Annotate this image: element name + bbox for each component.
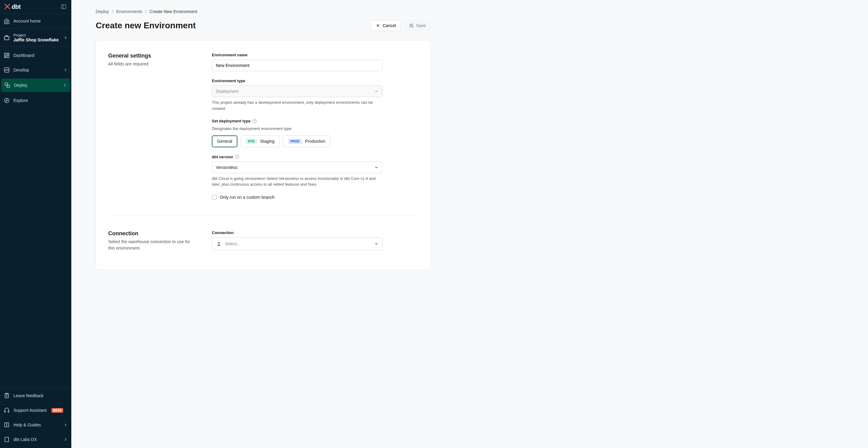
compass-icon <box>4 97 10 103</box>
nav-label: Support Assistant <box>13 408 46 413</box>
save-button: Save <box>404 20 431 31</box>
close-icon <box>376 24 380 28</box>
svg-rect-0 <box>62 5 66 9</box>
breadcrumb: Deploy / Environments / Create New Envir… <box>96 9 431 14</box>
env-type-label: Environment type <box>212 78 382 83</box>
general-section-title: General settings <box>108 53 193 59</box>
nav-label: Help & Guides <box>13 422 41 427</box>
env-name-input[interactable] <box>212 60 382 71</box>
nav-dashboard[interactable]: Dashboard <box>0 48 71 63</box>
chevron-down-icon <box>374 89 378 94</box>
env-type-help: This project already has a development e… <box>212 100 382 111</box>
deploy-type-label: Set deployment type ? <box>212 119 382 123</box>
env-name-label: Environment name <box>212 53 382 57</box>
breadcrumb-deploy[interactable]: Deploy <box>96 9 109 14</box>
stg-tag: STG <box>246 139 257 144</box>
nav-label: dbt Labs DX <box>13 437 37 442</box>
nav-label: Account home <box>13 19 41 24</box>
nav-label: Dashboard <box>13 53 34 58</box>
nav-account-home[interactable]: Account home <box>0 14 71 28</box>
code-icon <box>4 67 10 73</box>
deploy-option-staging[interactable]: STG Staging <box>241 135 280 147</box>
page-title: Create new Environment <box>96 21 196 30</box>
deploy-option-production[interactable]: PROD Production <box>283 135 331 147</box>
version-help: dbt Cloud is going versionless! Select V… <box>212 176 382 187</box>
panel-left-close-icon <box>61 4 66 9</box>
logo[interactable]: dbt <box>4 3 21 10</box>
chevron-right-icon <box>63 83 67 88</box>
connection-select[interactable]: Select... <box>212 237 382 250</box>
svg-rect-2 <box>5 36 9 40</box>
nav-feedback[interactable]: Leave feedback <box>0 388 71 403</box>
nav-dbtlabs[interactable]: dbt Labs DX <box>0 432 71 447</box>
connection-section-subtitle: Select the warehouse connection to use f… <box>108 239 193 251</box>
version-select[interactable]: Versionless <box>212 162 382 173</box>
connection-label: Connection <box>212 230 382 235</box>
clipboard-icon <box>4 392 10 399</box>
version-label: dbt version ? <box>212 154 382 159</box>
nav-help[interactable]: Help & Guides <box>0 418 71 432</box>
svg-rect-18 <box>5 437 8 442</box>
nav-label: Deploy <box>14 83 27 88</box>
sidebar-collapse-button[interactable] <box>60 3 68 11</box>
general-section-subtitle: All fields are required <box>108 61 193 67</box>
project-name: Jaffle Shop Snowflake <box>13 37 60 42</box>
custom-branch-checkbox[interactable] <box>212 195 217 200</box>
svg-marker-12 <box>6 100 8 101</box>
book-icon <box>4 422 10 428</box>
chevron-right-icon <box>63 68 68 72</box>
save-icon <box>409 24 413 28</box>
home-icon <box>4 18 10 24</box>
breadcrumb-current: Create New Environment <box>150 9 197 14</box>
nav-support[interactable]: Support Assistant BETA <box>0 403 71 418</box>
svg-rect-17 <box>8 411 9 412</box>
info-icon[interactable]: ? <box>252 119 257 123</box>
chevron-right-icon <box>63 437 68 442</box>
deploy-option-general[interactable]: General <box>212 135 238 147</box>
nav-develop[interactable]: Develop <box>0 63 71 77</box>
breadcrumb-environments[interactable]: Environments <box>116 9 142 14</box>
layout-dashboard-icon <box>4 53 10 59</box>
connection-section-title: Connection <box>108 230 193 237</box>
deploy-type-help: Designates the deployment environment ty… <box>212 126 382 132</box>
env-type-select: Deployment <box>212 85 382 97</box>
user-icon <box>216 241 222 247</box>
sidebar: dbt Account home Project Jaffle Shop Sno… <box>0 0 71 448</box>
svg-point-11 <box>5 98 9 103</box>
nav-explore[interactable]: Explore <box>0 93 71 108</box>
project-selector[interactable]: Project Jaffle Shop Snowflake <box>0 29 71 47</box>
chevron-down-icon <box>374 165 378 170</box>
info-icon[interactable]: ? <box>235 154 239 159</box>
briefcase-icon <box>4 35 10 41</box>
svg-rect-4 <box>7 53 9 55</box>
headset-icon <box>4 407 10 413</box>
nav-label: Develop <box>13 68 29 72</box>
custom-branch-label: Only run on a custom branch <box>220 195 275 200</box>
main-content: Deploy / Environments / Create New Envir… <box>71 0 868 448</box>
beta-badge: BETA <box>52 408 63 413</box>
chevron-right-icon <box>63 36 68 40</box>
nav-label: Leave feedback <box>13 393 43 398</box>
chevron-down-icon <box>374 242 378 246</box>
breadcrumb-separator: / <box>112 9 113 14</box>
svg-line-8 <box>6 69 7 71</box>
sidebar-header: dbt <box>0 0 71 14</box>
chevron-right-icon <box>63 423 68 427</box>
project-label: Project <box>13 33 60 37</box>
dbt-logo-icon <box>4 3 10 10</box>
nav-deploy[interactable]: Deploy <box>1 78 70 92</box>
building-icon <box>4 437 10 443</box>
svg-rect-3 <box>5 53 6 56</box>
cancel-button[interactable]: Cancel <box>371 20 401 31</box>
svg-point-27 <box>218 242 220 244</box>
svg-rect-6 <box>5 56 6 58</box>
svg-rect-16 <box>5 411 5 412</box>
svg-rect-5 <box>7 56 9 58</box>
logo-text: dbt <box>11 3 21 10</box>
deploy-icon <box>4 82 10 88</box>
nav-label: Explore <box>13 98 28 103</box>
prod-tag: PROD <box>288 139 302 144</box>
breadcrumb-separator: / <box>145 9 147 14</box>
